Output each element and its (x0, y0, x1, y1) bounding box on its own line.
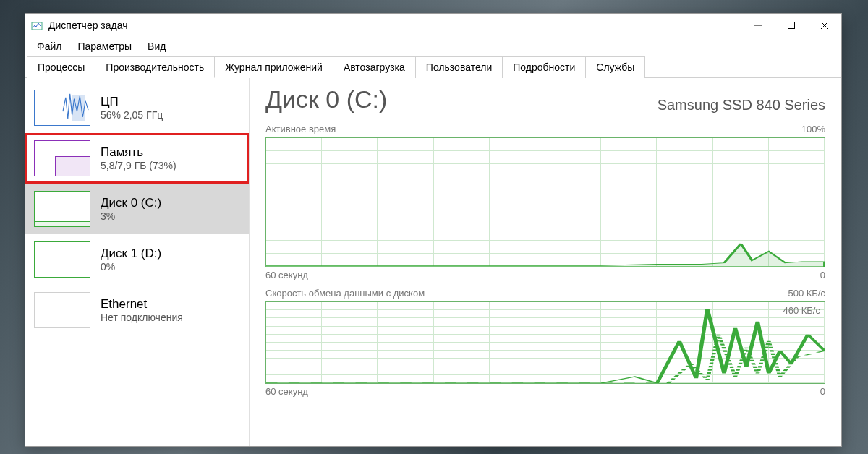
disk1-thumbnail (34, 241, 90, 278)
cpu-title: ЦП (101, 95, 163, 109)
disk1-title: Диск 1 (D:) (101, 247, 161, 261)
titlebar[interactable]: Диспетчер задач (25, 14, 841, 37)
menu-view[interactable]: Вид (140, 38, 173, 54)
minimize-button[interactable] (741, 14, 775, 37)
transfer-rate-chart-block: Скорость обмена данными с диском 500 КБ/… (265, 288, 825, 397)
cpu-sub: 56% 2,05 ГГц (101, 109, 163, 121)
tab-users[interactable]: Пользователи (415, 56, 503, 78)
tab-strip: Процессы Производительность Журнал прило… (25, 56, 841, 78)
transfer-rate-chart: 460 КБ/с (265, 301, 825, 384)
main-header: Диск 0 (С:) Samsung SSD 840 Series (265, 85, 825, 113)
maximize-button[interactable] (775, 14, 808, 37)
sidebar-item-disk0[interactable]: Диск 0 (C:) 3% (25, 184, 249, 234)
active-time-chart-block: Активное время 100% 60 секунд 0 (265, 124, 825, 280)
app-icon (31, 20, 43, 31)
task-manager-window: Диспетчер задач Файл Параметры Вид Проце… (25, 13, 842, 447)
menubar: Файл Параметры Вид (25, 37, 841, 56)
tab-processes[interactable]: Процессы (27, 56, 95, 78)
tab-services[interactable]: Службы (585, 56, 645, 78)
window-title: Диспетчер задач (48, 20, 128, 31)
memory-thumbnail (34, 140, 90, 176)
chart1-xleft: 60 секунд (265, 270, 308, 280)
cpu-thumbnail (34, 90, 90, 126)
sidebar-item-cpu[interactable]: ЦП 56% 2,05 ГГц (25, 82, 249, 133)
disk0-thumbnail (34, 191, 90, 227)
memory-title: Память (101, 145, 176, 160)
ethernet-sub: Нет подключения (101, 312, 183, 323)
active-time-chart (265, 137, 825, 267)
chart1-label: Активное время (265, 124, 336, 134)
sidebar-item-memory[interactable]: Память 5,8/7,9 ГБ (73%) (25, 133, 249, 184)
menu-file[interactable]: Файл (30, 38, 69, 54)
chart2-xright: 0 (820, 386, 825, 397)
close-button[interactable] (808, 14, 841, 37)
sidebar-item-ethernet[interactable]: Ethernet Нет подключения (25, 285, 249, 335)
menu-options[interactable]: Параметры (70, 38, 139, 54)
window-controls (741, 14, 841, 37)
chart1-xright: 0 (820, 270, 825, 280)
disk-model: Samsung SSD 840 Series (658, 97, 825, 113)
chart2-xleft: 60 секунд (265, 386, 308, 397)
ethernet-title: Ethernet (101, 297, 183, 312)
main-panel: Диск 0 (С:) Samsung SSD 840 Series Актив… (250, 78, 841, 446)
chart2-label: Скорость обмена данными с диском (265, 288, 425, 299)
tab-performance[interactable]: Производительность (95, 56, 215, 78)
tab-startup[interactable]: Автозагрузка (333, 56, 416, 78)
tab-app-history[interactable]: Журнал приложений (214, 56, 333, 78)
chart2-max: 500 КБ/с (788, 288, 825, 299)
performance-sidebar: ЦП 56% 2,05 ГГц Память 5,8/7,9 ГБ (73%) … (25, 78, 250, 446)
chart1-max: 100% (801, 124, 825, 134)
memory-sub: 5,8/7,9 ГБ (73%) (101, 160, 176, 171)
disk0-sub: 3% (101, 210, 161, 222)
disk0-title: Диск 0 (C:) (101, 196, 161, 210)
ethernet-thumbnail (34, 292, 90, 328)
page-title: Диск 0 (С:) (265, 85, 387, 113)
tab-details[interactable]: Подробности (502, 56, 586, 78)
sidebar-item-disk1[interactable]: Диск 1 (D:) 0% (25, 234, 249, 285)
content-area: ЦП 56% 2,05 ГГц Память 5,8/7,9 ГБ (73%) … (25, 78, 841, 446)
disk1-sub: 0% (101, 261, 161, 273)
svg-rect-2 (788, 22, 795, 29)
